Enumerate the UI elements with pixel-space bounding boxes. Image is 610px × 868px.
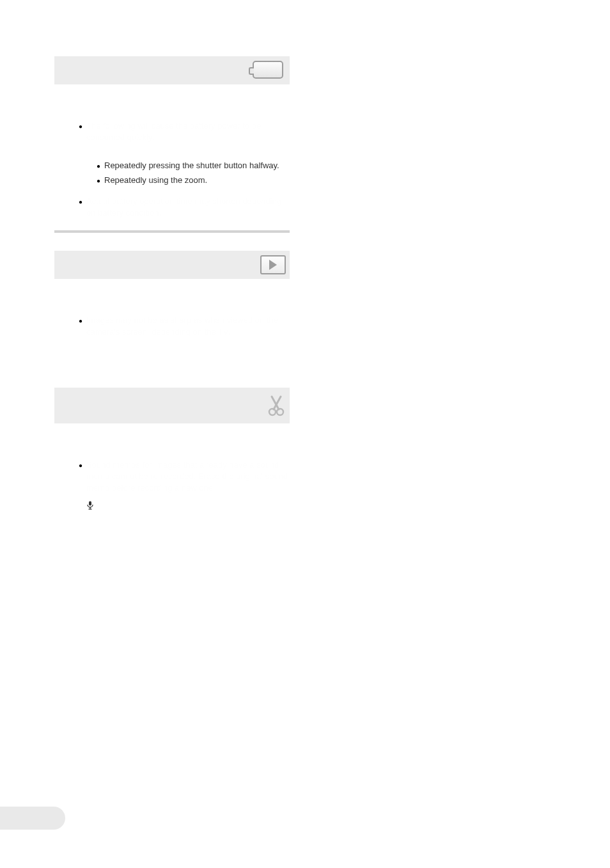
page-number-badge: 159 <box>0 807 65 830</box>
battery-bullet-1a: Repeatedly pressing the shutter button h… <box>97 160 290 172</box>
section-divider <box>54 230 290 233</box>
playback-heading: Playback on a TV <box>79 289 290 301</box>
svg-point-1 <box>277 409 283 415</box>
mic-label: sound memo <box>97 501 145 510</box>
bullet-icon <box>79 196 86 219</box>
svg-rect-4 <box>89 501 91 506</box>
battery-bullet-1b: Repeatedly using the zoom. <box>97 175 290 187</box>
editing-heading: Editing <box>79 434 290 445</box>
bullet-icon <box>79 459 86 494</box>
section-header-battery <box>54 56 290 84</box>
bullet-icon <box>97 175 104 187</box>
svg-point-0 <box>269 409 276 415</box>
battery-bullet-2: Actual battery operation time may shorte… <box>79 196 290 219</box>
battery-bullet-1-text: The following will cause the battery pow… <box>86 120 290 143</box>
section-header-editing <box>54 388 290 423</box>
battery-bullet-1b-text: Repeatedly using the zoom. <box>104 175 207 187</box>
bullet-icon <box>79 315 86 338</box>
battery-bullet-2-text: Actual battery operation time may shorte… <box>86 196 290 219</box>
microphone-icon <box>86 501 94 513</box>
scissors-icon <box>267 395 286 416</box>
editing-bullet-1: Sound memos for images that already have… <box>79 459 290 494</box>
battery-icon <box>253 61 286 80</box>
bullet-icon <box>79 120 86 143</box>
playback-bullet-1: Images may not be as sharp as when viewe… <box>79 315 290 338</box>
section-header-playback <box>54 251 290 279</box>
bullet-icon <box>97 160 104 172</box>
playback-bullet-1-text: Images may not be as sharp as when viewe… <box>86 315 290 338</box>
editing-bullet-1-text: Sound memos for images that already have… <box>86 459 290 494</box>
play-icon <box>260 255 286 274</box>
battery-bullet-1a-text: Repeatedly pressing the shutter button h… <box>104 160 279 172</box>
battery-bullet-1: The following will cause the battery pow… <box>79 120 290 143</box>
editing-mic-line: sound memo <box>86 500 290 513</box>
battery-heading: Battery <box>79 95 290 106</box>
